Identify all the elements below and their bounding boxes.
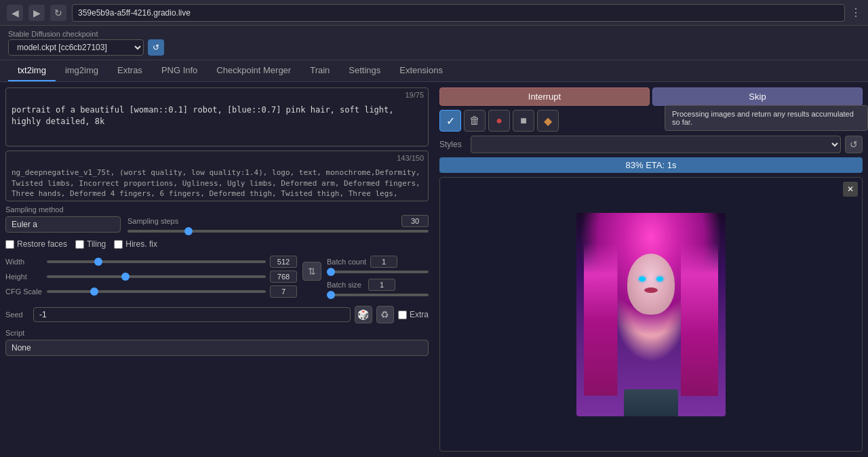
seed-dice-button[interactable]: 🎲 bbox=[355, 306, 372, 323]
tab-extensions[interactable]: Extensions bbox=[390, 60, 452, 81]
close-image-button[interactable]: ✕ bbox=[843, 182, 858, 197]
negative-prompt-counter: 143/150 bbox=[397, 154, 424, 162]
address-bar[interactable] bbox=[72, 4, 845, 22]
tiling-label: Tiling bbox=[87, 239, 106, 249]
height-slider[interactable] bbox=[47, 275, 266, 278]
portrait-eye-left bbox=[639, 277, 646, 281]
tab-txt2img[interactable]: txt2img bbox=[8, 60, 56, 81]
script-row: Script None bbox=[5, 329, 429, 356]
checkboxes-row: Restore faces Tiling Hires. fix bbox=[5, 237, 429, 252]
styles-label: Styles bbox=[439, 140, 467, 149]
batch-count-row: Batch count 1 bbox=[327, 256, 429, 268]
portrait-robot-collar bbox=[624, 389, 678, 416]
negative-prompt-input[interactable]: ng_deepnegative_v1_75t, (worst quality, … bbox=[6, 151, 428, 199]
color-tool-button[interactable]: ◆ bbox=[537, 110, 559, 132]
progress-bar: 83% ETA: 1s bbox=[439, 157, 863, 173]
back-button[interactable]: ◀ bbox=[7, 5, 23, 21]
styles-row: Styles ↺ bbox=[439, 136, 863, 153]
dimensions-batch-row: Width 512 Height 768 CFG Scale 7 bbox=[5, 256, 429, 300]
top-bar: Stable Diffusion checkpoint model.ckpt [… bbox=[0, 26, 868, 60]
script-label: Script bbox=[5, 329, 429, 337]
extra-checkbox[interactable]: Extra bbox=[398, 310, 429, 319]
sampling-steps-slider-container bbox=[127, 230, 429, 233]
width-label: Width bbox=[5, 258, 43, 266]
checkpoint-refresh-button[interactable]: ↺ bbox=[148, 39, 164, 56]
checkpoint-select[interactable]: model.ckpt [cc6cb27103] bbox=[8, 39, 144, 56]
interrupt-button[interactable]: Interrupt bbox=[439, 87, 650, 106]
positive-prompt-container: 19/75 portrait of a beautiful [woman::0.… bbox=[5, 87, 429, 146]
circle-tool-button[interactable]: ● bbox=[488, 110, 510, 132]
square-tool-button[interactable]: ■ bbox=[513, 110, 534, 132]
portrait-hair-right bbox=[681, 243, 718, 396]
batch-group: Batch count 1 Batch size 1 bbox=[327, 256, 429, 300]
sampling-method-label: Sampling method bbox=[5, 205, 121, 214]
tool-icons-row: ✓ 🗑 ● ■ ◆ bbox=[439, 110, 863, 132]
generated-image bbox=[576, 213, 726, 416]
sampling-method-select[interactable]: Euler a bbox=[5, 216, 121, 233]
app-container: Stable Diffusion checkpoint model.ckpt [… bbox=[0, 26, 868, 457]
restore-faces-checkbox[interactable]: Restore faces bbox=[5, 239, 67, 249]
sampling-steps-slider[interactable] bbox=[127, 230, 429, 233]
check-tool-button[interactable]: ✓ bbox=[439, 110, 461, 132]
restore-faces-input[interactable] bbox=[5, 240, 14, 249]
seed-recycle-button[interactable]: ♻ bbox=[376, 306, 394, 323]
extra-input[interactable] bbox=[398, 311, 407, 319]
negative-prompt-container: 143/150 ng_deepnegative_v1_75t, (worst q… bbox=[5, 151, 429, 201]
positive-prompt-input[interactable]: portrait of a beautiful [woman::0.1] rob… bbox=[6, 88, 428, 144]
dimensions-group: Width 512 Height 768 CFG Scale 7 bbox=[5, 256, 297, 300]
positive-prompt-counter: 19/75 bbox=[405, 91, 424, 99]
tiling-input[interactable] bbox=[75, 240, 84, 249]
batch-count-slider[interactable] bbox=[327, 271, 429, 273]
script-select[interactable]: None bbox=[5, 340, 429, 356]
trash-tool-button[interactable]: 🗑 bbox=[464, 110, 486, 132]
batch-size-label: Batch size bbox=[327, 281, 364, 289]
tiling-checkbox[interactable]: Tiling bbox=[75, 239, 106, 249]
restore-faces-label: Restore faces bbox=[17, 239, 67, 249]
tab-png-info[interactable]: PNG Info bbox=[152, 60, 207, 81]
seed-row: Seed 🎲 ♻ Extra bbox=[5, 304, 429, 325]
seed-label: Seed bbox=[5, 311, 29, 319]
hires-fix-checkbox[interactable]: Hires. fix bbox=[114, 239, 157, 249]
swap-dimensions-button[interactable]: ⇅ bbox=[302, 262, 321, 281]
portrait-image bbox=[576, 213, 726, 416]
interrupt-skip-row: Interrupt Skip bbox=[439, 87, 863, 106]
sampling-steps-value: 30 bbox=[401, 215, 429, 227]
seed-input[interactable] bbox=[33, 307, 351, 322]
extra-label: Extra bbox=[410, 310, 429, 319]
checkpoint-label-group: Stable Diffusion checkpoint model.ckpt [… bbox=[8, 30, 164, 56]
portrait-eye-right bbox=[656, 277, 663, 281]
reload-button[interactable]: ↻ bbox=[50, 5, 66, 21]
styles-select[interactable] bbox=[471, 136, 841, 153]
tab-bar: txt2img img2img Extras PNG Info Checkpoi… bbox=[0, 60, 868, 82]
batch-count-label: Batch count bbox=[327, 258, 366, 266]
tab-checkpoint-merger[interactable]: Checkpoint Merger bbox=[207, 60, 300, 81]
left-panel: 19/75 portrait of a beautiful [woman::0.… bbox=[0, 82, 434, 457]
tab-train[interactable]: Train bbox=[300, 60, 339, 81]
forward-button[interactable]: ▶ bbox=[28, 5, 45, 21]
tab-extras[interactable]: Extras bbox=[108, 60, 152, 81]
hires-fix-input[interactable] bbox=[114, 240, 123, 249]
batch-size-slider[interactable] bbox=[327, 294, 429, 296]
browser-chrome: ◀ ▶ ↻ ⋮ bbox=[0, 0, 868, 26]
sampling-method-group: Sampling method Euler a bbox=[5, 205, 121, 233]
skip-button[interactable]: Skip bbox=[652, 87, 863, 106]
image-area: ✕ bbox=[439, 177, 863, 452]
browser-toolbar: ⋮ bbox=[850, 6, 861, 19]
sampling-steps-label: Sampling steps bbox=[127, 217, 178, 225]
tab-settings[interactable]: Settings bbox=[339, 60, 390, 81]
extensions-icon[interactable]: ⋮ bbox=[850, 6, 861, 19]
tab-img2img[interactable]: img2img bbox=[56, 60, 108, 81]
width-slider[interactable] bbox=[47, 260, 266, 263]
hires-fix-label: Hires. fix bbox=[125, 239, 157, 249]
checkpoint-label: Stable Diffusion checkpoint bbox=[8, 30, 164, 38]
right-panel: Interrupt Skip ✓ 🗑 ● ■ ◆ Styles ↺ 83% ET… bbox=[434, 82, 868, 457]
sampling-steps-group: Sampling steps 30 bbox=[127, 215, 429, 233]
width-value: 512 bbox=[270, 256, 297, 268]
styles-refresh-button[interactable]: ↺ bbox=[845, 136, 863, 153]
height-label: Height bbox=[5, 273, 43, 281]
portrait-face bbox=[627, 254, 675, 315]
cfg-scale-slider[interactable] bbox=[47, 290, 266, 293]
cfg-scale-label: CFG Scale bbox=[5, 287, 43, 296]
portrait-eyes bbox=[639, 277, 663, 281]
main-content: 19/75 portrait of a beautiful [woman::0.… bbox=[0, 82, 868, 457]
